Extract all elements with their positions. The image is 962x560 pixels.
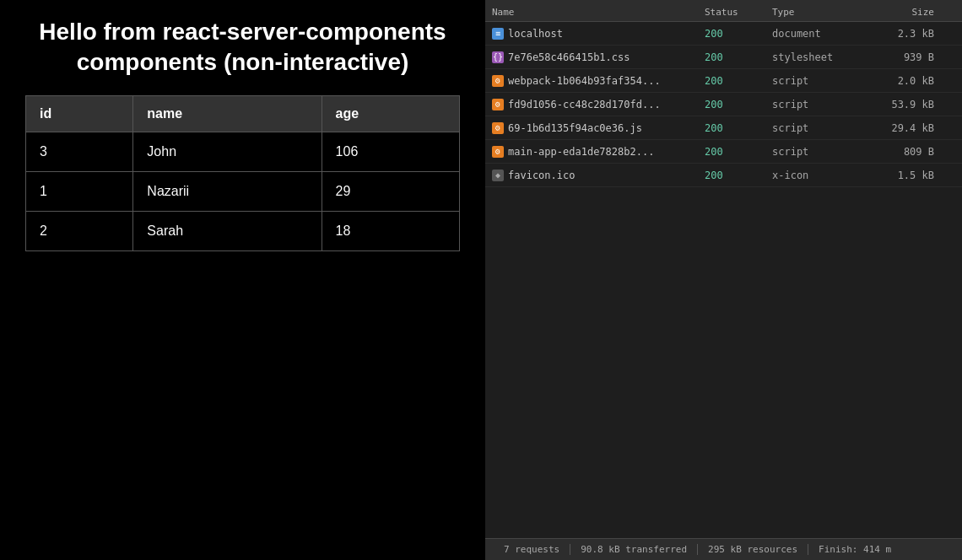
row-filename: 7e76e58c466415b1.css [508, 51, 630, 63]
col-header-age: age [322, 95, 459, 132]
row-status: 200 [705, 99, 772, 110]
row-type: script [772, 122, 857, 134]
data-table: id name age 3John1061Nazarii292Sarah18 [25, 95, 460, 251]
script-icon: ⚙ [492, 146, 504, 158]
row-size: 2.3 kB [857, 28, 941, 40]
script-icon: ⚙ [492, 122, 504, 134]
network-footer: 7 requests 90.8 kB transferred 295 kB re… [485, 538, 962, 560]
row-name: ⚙ main-app-eda1de7828b2... [485, 146, 705, 158]
cell-age: 18 [322, 211, 459, 250]
col-header-status: Status [705, 7, 772, 18]
row-name: ≡ localhost [485, 28, 705, 40]
footer-transferred: 90.8 kB transferred [570, 544, 698, 555]
row-type: stylesheet [772, 51, 857, 63]
cell-name: Sarah [133, 211, 322, 250]
row-status: 200 [705, 170, 772, 181]
row-filename: localhost [508, 28, 563, 40]
row-type: document [772, 28, 857, 40]
row-filename: main-app-eda1de7828b2... [508, 146, 654, 158]
table-row: 1Nazarii29 [26, 171, 460, 211]
table-row: 2Sarah18 [26, 211, 460, 250]
row-size: 29.4 kB [857, 122, 941, 134]
col-header-name: name [133, 95, 322, 132]
cell-id: 3 [26, 132, 133, 171]
col-header-name: Name [485, 7, 705, 18]
row-filename: webpack-1b064b93faf354... [508, 75, 661, 87]
cell-age: 106 [322, 132, 459, 171]
document-icon: ≡ [492, 28, 504, 40]
script-icon: ⚙ [492, 75, 504, 87]
ico-icon: ◆ [492, 170, 504, 181]
left-panel: Hello from react-server-components compo… [0, 0, 485, 560]
network-columns-header: Name Status Type Size [485, 3, 962, 22]
row-status: 200 [705, 122, 772, 134]
network-row[interactable]: ⚙ 69-1b6d135f94ac0e36.js 200 script 29.4… [485, 116, 962, 140]
stylesheet-icon: {} [492, 51, 504, 63]
row-type: script [772, 99, 857, 110]
cell-name: Nazarii [133, 171, 322, 211]
row-size: 809 B [857, 146, 941, 158]
page-title: Hello from react-server-components compo… [25, 17, 460, 78]
network-row[interactable]: ⚙ main-app-eda1de7828b2... 200 script 80… [485, 140, 962, 164]
network-row[interactable]: ⚙ webpack-1b064b93faf354... 200 script 2… [485, 69, 962, 93]
row-type: script [772, 75, 857, 87]
cell-id: 2 [26, 211, 133, 250]
network-row[interactable]: ◆ favicon.ico 200 x-icon 1.5 kB [485, 164, 962, 187]
row-status: 200 [705, 75, 772, 87]
row-size: 53.9 kB [857, 99, 941, 110]
row-size: 1.5 kB [857, 170, 941, 181]
footer-finish: Finish: 414 m [808, 544, 901, 555]
row-status: 200 [705, 28, 772, 40]
row-filename: favicon.ico [508, 170, 575, 181]
network-rows: ≡ localhost 200 document 2.3 kB {} 7e76e… [485, 22, 962, 538]
row-status: 200 [705, 146, 772, 158]
col-header-size: Size [857, 7, 941, 18]
script-icon: ⚙ [492, 99, 504, 110]
row-type: script [772, 146, 857, 158]
cell-name: John [133, 132, 322, 171]
network-row[interactable]: ≡ localhost 200 document 2.3 kB [485, 22, 962, 46]
row-type: x-icon [772, 170, 857, 181]
row-size: 2.0 kB [857, 75, 941, 87]
right-panel: Name Status Type Size ≡ localhost 200 do… [485, 0, 962, 560]
footer-resources: 295 kB resources [698, 544, 808, 555]
network-row[interactable]: ⚙ fd9d1056-cc48c28d170fd... 200 script 5… [485, 93, 962, 116]
col-header-id: id [26, 95, 133, 132]
network-row[interactable]: {} 7e76e58c466415b1.css 200 stylesheet 9… [485, 46, 962, 69]
cell-id: 1 [26, 171, 133, 211]
table-row: 3John106 [26, 132, 460, 171]
cell-age: 29 [322, 171, 459, 211]
row-name: ⚙ webpack-1b064b93faf354... [485, 75, 705, 87]
row-status: 200 [705, 51, 772, 63]
row-filename: 69-1b6d135f94ac0e36.js [508, 122, 642, 134]
row-name: ◆ favicon.ico [485, 170, 705, 181]
row-name: ⚙ 69-1b6d135f94ac0e36.js [485, 122, 705, 134]
row-name: {} 7e76e58c466415b1.css [485, 51, 705, 63]
row-name: ⚙ fd9d1056-cc48c28d170fd... [485, 99, 705, 110]
row-filename: fd9d1056-cc48c28d170fd... [508, 99, 661, 110]
footer-requests: 7 requests [494, 544, 570, 555]
row-size: 939 B [857, 51, 941, 63]
col-header-type: Type [772, 7, 857, 18]
